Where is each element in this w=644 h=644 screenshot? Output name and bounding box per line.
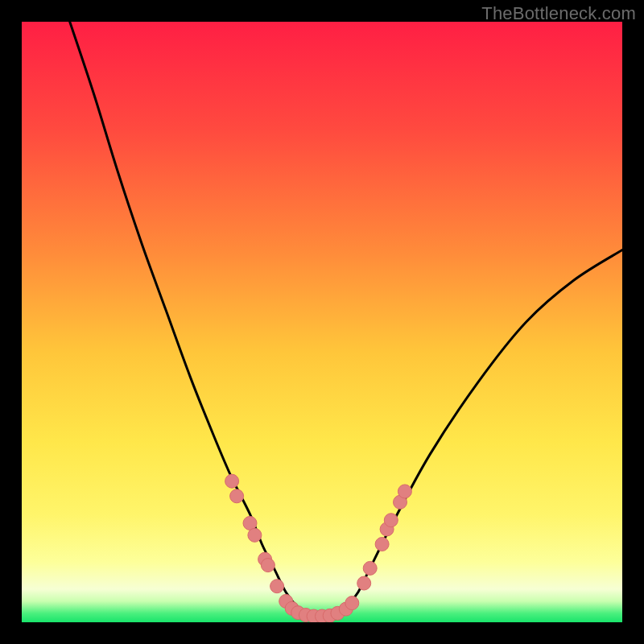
marker-dot bbox=[225, 474, 239, 488]
bottleneck-curve bbox=[70, 22, 622, 617]
marker-dot bbox=[248, 528, 262, 542]
marker-dot bbox=[375, 538, 389, 551]
curve-layer bbox=[22, 22, 622, 622]
watermark-text: TheBottleneck.com bbox=[481, 3, 636, 24]
plot-area bbox=[22, 22, 622, 622]
marker-dot bbox=[270, 580, 284, 593]
marker-dot bbox=[384, 514, 398, 527]
marker-dot bbox=[363, 561, 377, 575]
marker-dot bbox=[230, 489, 244, 503]
marker-dot bbox=[357, 576, 371, 590]
marker-dot bbox=[345, 597, 359, 610]
marker-dot bbox=[398, 485, 411, 498]
highlight-markers bbox=[225, 474, 412, 622]
marker-dot bbox=[261, 559, 275, 572]
chart-frame: TheBottleneck.com bbox=[0, 0, 644, 644]
